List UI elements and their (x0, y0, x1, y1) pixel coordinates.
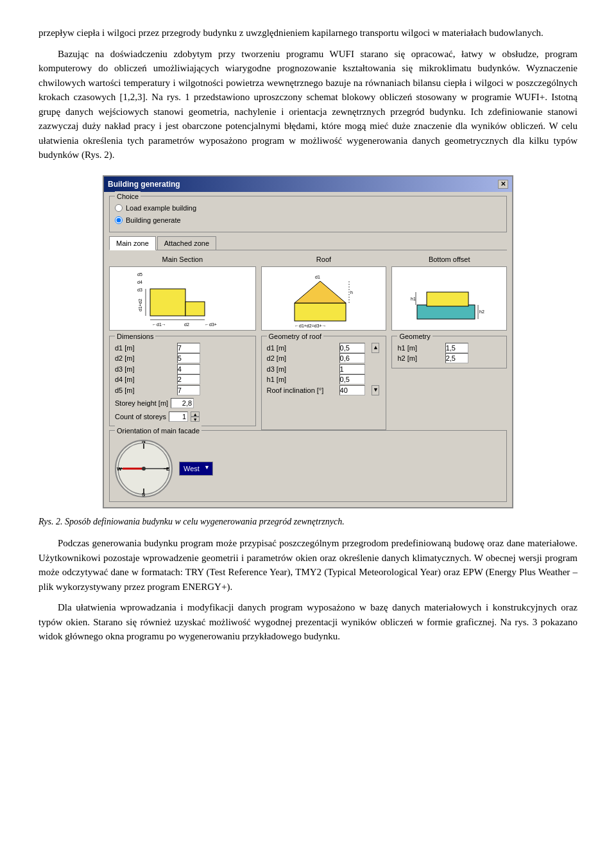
svg-rect-3 (150, 289, 185, 316)
svg-marker-13 (295, 281, 346, 303)
dialog-wrapper: Building generating ✕ Choice Load exampl… (38, 175, 578, 509)
svg-text:←d3+: ←d3+ (205, 322, 217, 327)
input-d4[interactable] (177, 374, 200, 385)
svg-text:d2: d2 (184, 322, 189, 327)
paragraph-1: przepływ ciepła i wilgoci przez przegrod… (38, 26, 578, 40)
dim-value-d4 (177, 374, 250, 385)
table-row: d5 [m] (115, 385, 250, 396)
storey-count-row: Count of storeys ▲ ▼ (115, 411, 250, 422)
main-section-svg: d5 d4 d3 ←d1→ d2 ←d3+ (134, 270, 230, 327)
roof-geometry-group: Geometry of roof d1 [m] ▲ (261, 336, 387, 431)
table-row: h1 [m] (267, 374, 381, 385)
dim-label-d2: d2 [m] (115, 353, 177, 364)
table-row: d1 [m] ▲ (267, 343, 381, 354)
dim-label-d4: d4 [m] (115, 374, 177, 385)
svg-text:N: N (142, 441, 146, 444)
input-d5[interactable] (177, 385, 200, 395)
bottom-value-h1 (445, 343, 501, 354)
table-row: d2 [m] (115, 353, 250, 364)
table-row: Roof inclination [°] ▼ (267, 385, 381, 396)
roof-input-d1[interactable] (339, 343, 365, 353)
bottom-geometry-group: Geometry h1 [m] h2 [m] (391, 336, 507, 368)
radio-generate[interactable] (115, 216, 123, 224)
dim-value-d3 (177, 364, 250, 375)
svg-rect-18 (417, 305, 475, 319)
roof-input-inclination[interactable] (339, 385, 365, 395)
paragraph-4: Dla ułatwienia wprowadzania i modyfikacj… (38, 600, 578, 644)
sections-row: Main Section d5 d4 d3 (109, 254, 507, 331)
dialog-titlebar: Building generating ✕ (104, 177, 512, 192)
west-dropdown[interactable]: West ▼ (179, 462, 213, 476)
dim-label-d5: d5 [m] (115, 385, 177, 396)
input-d1[interactable] (177, 343, 200, 353)
roof-input-h1[interactable] (339, 374, 365, 385)
dimensions-content: d1 [m] d2 [m] d3 [m] (115, 343, 250, 422)
roof-input-d3[interactable] (339, 364, 365, 374)
table-row: d1 [m] (115, 343, 250, 354)
west-dropdown-area: West ▼ (179, 462, 213, 476)
orientation-content: N S W E (115, 440, 501, 498)
svg-rect-12 (295, 303, 346, 321)
bottom-section-label: Bottom offset (391, 254, 507, 265)
dim-value-d5 (177, 385, 250, 396)
storey-count-label: Count of storeys (115, 411, 166, 422)
dialog-close-button[interactable]: ✕ (498, 180, 508, 189)
svg-rect-4 (185, 302, 205, 316)
table-row: d3 [m] (115, 364, 250, 375)
scroll-up-button[interactable]: ▲ (372, 343, 379, 353)
lower-tables-area: Dimensions d1 [m] d2 [m] (109, 336, 507, 431)
svg-text:←d1+d2=d3+→: ←d1+d2=d3+→ (295, 324, 327, 327)
svg-text:W: W (117, 466, 122, 472)
radio-row-generate: Building generate (115, 215, 501, 226)
radio-load[interactable] (115, 204, 123, 212)
compass-area: N S W E (115, 440, 173, 498)
dialog-title: Building generating (108, 178, 180, 190)
spin-up-button[interactable]: ▲ (191, 411, 200, 417)
choice-content: Load example building Building generate (115, 203, 501, 226)
dropdown-arrow-icon: ▼ (204, 463, 210, 472)
bottom-value-h2 (445, 353, 501, 364)
svg-text:d4: d4 (137, 280, 142, 284)
bottom-geometry-content: h1 [m] h2 [m] (397, 343, 501, 364)
bottom-geometry-panel: Geometry h1 [m] h2 [m] (391, 336, 507, 431)
input-d2[interactable] (177, 353, 200, 363)
paragraph-3: Podczas generowania budynku program może… (38, 536, 578, 594)
bottom-geometry-table: h1 [m] h2 [m] (397, 343, 501, 364)
bottom-input-h1[interactable] (445, 343, 468, 353)
table-row: d4 [m] (115, 374, 250, 385)
storey-count-input[interactable] (169, 411, 188, 422)
tab-main-zone[interactable]: Main zone (109, 236, 156, 251)
main-section-label: Main Section (109, 254, 256, 265)
table-row: d2 [m] (267, 353, 381, 364)
storey-count-spinner: ▲ ▼ (191, 411, 200, 422)
bottom-input-h2[interactable] (445, 353, 468, 363)
svg-rect-19 (427, 292, 468, 306)
west-label: West (184, 465, 200, 472)
roof-geometry-content: d1 [m] ▲ d2 [m] (267, 343, 381, 396)
storey-height-input[interactable] (171, 398, 194, 408)
tabs-row: Main zone Attached zone (109, 236, 507, 251)
scroll-down-button[interactable]: ▼ (372, 385, 379, 395)
tab-attached-zone[interactable]: Attached zone (157, 236, 216, 250)
dim-value-d1 (177, 343, 250, 354)
svg-text:h1: h1 (411, 297, 416, 301)
dimensions-group: Dimensions d1 [m] d2 [m] (109, 336, 256, 427)
paragraph-2: Bazując na doświadczeniu zdobytym przy t… (38, 47, 578, 162)
svg-text:E: E (166, 466, 170, 472)
table-row: h1 [m] (397, 343, 501, 354)
orientation-group-label: Orientation of main facade (115, 426, 201, 437)
spin-down-button[interactable]: ▼ (191, 417, 200, 422)
roof-input-d2[interactable] (339, 353, 365, 363)
orientation-group: Orientation of main facade (109, 430, 507, 502)
svg-text:S: S (142, 492, 146, 496)
input-d3[interactable] (177, 364, 200, 374)
bottom-label-h1: h1 [m] (397, 343, 445, 354)
dialog-body: Choice Load example building Building ge… (104, 192, 512, 508)
roof-scrollbar: ▲ (372, 343, 381, 354)
roof-label-incl: Roof inclination [°] (267, 385, 339, 396)
radio-load-label: Load example building (126, 203, 196, 214)
roof-scrollbar-mid (372, 353, 381, 364)
roof-value-incl (339, 385, 372, 396)
bottom-label-h2: h2 [m] (397, 353, 445, 364)
compass-circle: N S W E (115, 440, 173, 498)
